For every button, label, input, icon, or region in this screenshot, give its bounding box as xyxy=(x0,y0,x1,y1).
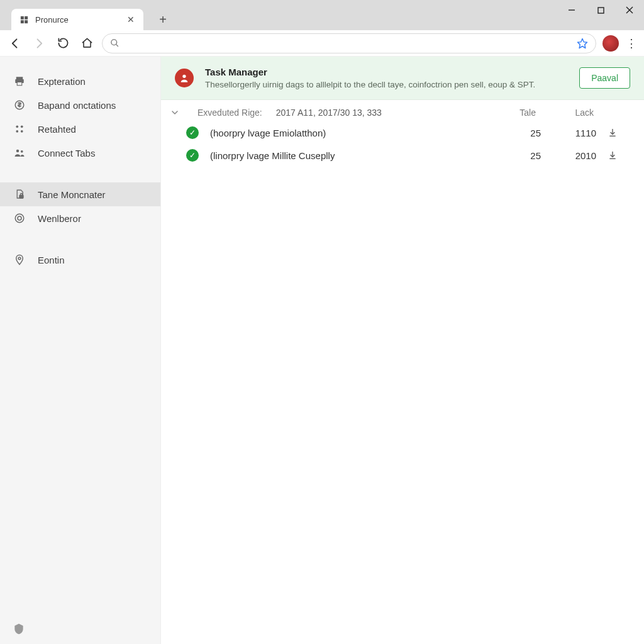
app-body: ExpterationBapand onctationsRetahtedConn… xyxy=(0,57,644,644)
svg-point-25 xyxy=(182,75,186,78)
svg-rect-2 xyxy=(20,20,23,23)
svg-rect-13 xyxy=(17,82,22,86)
download-icon[interactable] xyxy=(608,128,630,138)
banner-alert-icon xyxy=(175,69,194,87)
task-lack-value: 2010 xyxy=(552,150,596,161)
svg-point-20 xyxy=(21,150,23,153)
window-close-button[interactable] xyxy=(615,0,644,20)
main-content: Task Manager Thesellorgerlly uirnig dags… xyxy=(161,57,644,644)
svg-point-19 xyxy=(16,150,19,153)
svg-point-24 xyxy=(18,257,21,260)
nav-forward-button[interactable] xyxy=(30,35,48,52)
target-icon xyxy=(13,213,26,224)
sidebar-item-bapand-onctations[interactable]: Bapand onctations xyxy=(0,93,160,117)
grid-icon xyxy=(13,123,26,135)
svg-rect-3 xyxy=(25,20,28,23)
nav-reload-button[interactable] xyxy=(54,35,72,52)
browser-toolbar: ⋮ xyxy=(0,30,644,57)
sidebar-bottom-icon[interactable] xyxy=(13,623,25,635)
sidebar-item-label: Eontin xyxy=(38,255,65,265)
task-row[interactable]: ✓(hoorpry lvage Emiolatthon)251110 xyxy=(161,121,644,144)
omnibox-input[interactable] xyxy=(125,38,572,48)
task-rows: ✓(hoorpry lvage Emiolatthon)251110✓(lino… xyxy=(161,121,644,167)
sidebar-item-label: Wenlberor xyxy=(38,213,81,224)
svg-rect-21 xyxy=(19,196,23,199)
tab-close-icon[interactable]: ✕ xyxy=(126,14,136,25)
svg-point-22 xyxy=(15,214,24,223)
sidebar-group-2: Tane MoncnaterWenlberor xyxy=(0,182,160,230)
sidebar: ExpterationBapand onctationsRetahtedConn… xyxy=(0,57,161,644)
task-tale-value: 25 xyxy=(503,150,541,161)
pin-icon xyxy=(13,254,26,265)
sidebar-item-label: Connect Tabs xyxy=(38,148,95,158)
svg-point-16 xyxy=(21,125,23,128)
sidebar-item-retahted[interactable]: Retahted xyxy=(0,117,160,141)
task-row[interactable]: ✓(linorpry lvage Millite Cuseplly252010 xyxy=(161,144,644,167)
svg-rect-11 xyxy=(16,77,23,79)
window-maximize-button[interactable] xyxy=(586,0,615,20)
svg-point-17 xyxy=(16,130,18,133)
svg-marker-10 xyxy=(578,38,587,48)
sidebar-item-tane-moncnater[interactable]: Tane Moncnater xyxy=(0,182,160,206)
task-tale-value: 25 xyxy=(503,128,541,138)
nav-home-button[interactable] xyxy=(78,35,96,52)
status-ok-icon: ✓ xyxy=(186,126,199,139)
column-header-tale: Tale xyxy=(498,108,536,118)
printer-icon xyxy=(13,75,26,87)
sidebar-item-eontin[interactable]: Eontin xyxy=(0,248,160,272)
svg-point-15 xyxy=(16,125,18,128)
sidebar-item-label: Tane Moncnater xyxy=(38,189,106,200)
info-banner: Task Manager Thesellorgerlly uirnig dags… xyxy=(161,57,644,100)
new-tab-button[interactable]: + xyxy=(152,9,174,30)
sidebar-item-wenlberor[interactable]: Wenlberor xyxy=(0,206,160,230)
banner-description: Thesellorgerlly uirnig dags to alllelpit… xyxy=(205,80,568,89)
task-name: (linorpry lvage Millite Cuseplly xyxy=(210,150,492,161)
dollar-icon xyxy=(13,99,26,111)
section-range-value: 2017 A11, 2017/30 13, 333 xyxy=(276,108,382,118)
sidebar-item-expteration[interactable]: Expteration xyxy=(0,69,160,93)
task-name: (hoorpry lvage Emiolatthon) xyxy=(210,128,492,138)
window-minimize-button[interactable] xyxy=(557,0,586,20)
sidebar-item-connect-tabs[interactable]: Connect Tabs xyxy=(0,141,160,165)
doc-lock-icon xyxy=(13,189,26,200)
tab-favicon-icon xyxy=(19,14,29,25)
column-header-lack: Lack xyxy=(550,108,594,118)
svg-line-9 xyxy=(116,44,118,46)
section-collapse-icon[interactable] xyxy=(170,108,184,118)
sidebar-item-label: Bapand onctations xyxy=(38,100,116,111)
profile-avatar[interactable] xyxy=(602,35,619,52)
sidebar-group-3: Eontin xyxy=(0,248,160,272)
browser-menu-button[interactable]: ⋮ xyxy=(625,36,638,50)
banner-text: Task Manager Thesellorgerlly uirnig dags… xyxy=(205,67,568,89)
sidebar-group-1: ExpterationBapand onctationsRetahtedConn… xyxy=(0,69,160,165)
bookmark-star-icon[interactable] xyxy=(577,38,588,49)
search-icon xyxy=(110,38,119,48)
people-icon xyxy=(13,147,26,158)
svg-rect-0 xyxy=(20,16,23,19)
sidebar-item-label: Retahted xyxy=(38,124,76,135)
browser-tab[interactable]: Pronurce ✕ xyxy=(11,9,143,30)
section-range-label: Exveduted Rige: xyxy=(197,108,262,118)
window-controls xyxy=(557,0,644,20)
download-icon[interactable] xyxy=(608,150,630,160)
nav-back-button[interactable] xyxy=(6,35,24,52)
status-ok-icon: ✓ xyxy=(186,149,199,162)
tab-title: Pronurce xyxy=(35,15,126,25)
svg-rect-1 xyxy=(25,16,28,19)
svg-point-23 xyxy=(18,216,21,220)
svg-rect-5 xyxy=(598,8,604,13)
task-lack-value: 1110 xyxy=(552,128,596,138)
banner-title: Task Manager xyxy=(205,67,568,77)
omnibox[interactable] xyxy=(102,33,596,53)
banner-action-button[interactable]: Paaval xyxy=(579,67,630,89)
sidebar-item-label: Expteration xyxy=(38,76,86,87)
tab-strip: Pronurce ✕ + xyxy=(0,0,174,30)
browser-titlebar: Pronurce ✕ + xyxy=(0,0,644,30)
section-header: Exveduted Rige: 2017 A11, 2017/30 13, 33… xyxy=(161,100,644,121)
svg-point-18 xyxy=(21,130,23,133)
